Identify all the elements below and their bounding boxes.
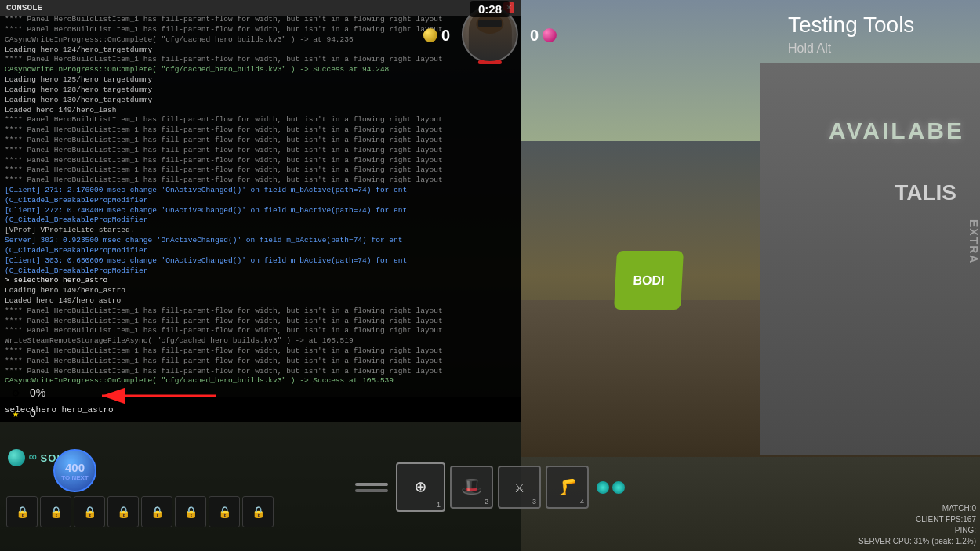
console-line: [VProf] VProfileLite started. (5, 226, 516, 236)
item-slot-1[interactable]: 🔒 (6, 496, 38, 527)
health-row: ⚙ 0% (8, 385, 49, 401)
star-icon: ★ (8, 405, 24, 421)
star-value: 0 (30, 407, 49, 419)
sign-extra: EXTRA (941, 219, 980, 264)
item-slot-7[interactable]: 🔒 (209, 496, 240, 527)
console-line: **** Panel HeroBuildListItem_1 has fill-… (5, 125, 516, 136)
ability-4-num: 4 (580, 498, 584, 506)
bottom-right-info: MATCH:0 CLIENT FPS:167 PING: SERVER CPU:… (858, 503, 976, 547)
ability-1-num: 1 (437, 501, 441, 509)
console-line: WriteSteamRemoteStorageFileAsync( "cfg/c… (5, 336, 516, 346)
console-line: **** Panel HeroBuildListItem_1 has fill-… (5, 115, 516, 125)
sign-available: AVAILABE (829, 118, 964, 144)
testing-tools-title: Testing Tools (788, 12, 964, 38)
console-line: **** Panel HeroBuildListItem_1 has fill-… (5, 346, 516, 357)
console-line: **** Panel HeroBuildListItem_1 has fill-… (5, 357, 516, 367)
console-line: **** Panel HeroBuildListItem_1 has fill-… (5, 367, 516, 377)
companion-icons (597, 481, 625, 494)
console-title: CONSOLE (6, 3, 42, 13)
console-line: Loading hero 128/hero_targetdummy (5, 85, 516, 96)
souls-chain-icon: ∞ (29, 451, 37, 465)
server-cpu-label: SERVER CPU: 31% (peak: 1.2%) (858, 536, 976, 547)
item-slot-4[interactable]: 🔒 (107, 496, 139, 527)
console-line: Loaded hero 149/hero_lash (5, 106, 516, 116)
console-line: **** Panel HeroBuildListItem_1 has fill-… (5, 136, 516, 146)
scroll-indicator (355, 483, 388, 492)
console-line: **** Panel HeroBuildListItem_1 has fill-… (5, 146, 516, 156)
console-line: > selecthero hero_astro (5, 276, 516, 286)
item-slots: 🔒 🔒 🔒 🔒 🔒 🔒 🔒 🔒 (0, 492, 408, 531)
console-line: CAsyncWriteInProgress::OnComplete( "cfg/… (5, 65, 516, 75)
console-output[interactable]: [Client] CNetworkGameClientBase::OnRecei… (0, 16, 521, 390)
ability-1-icon: ⊕ (415, 476, 426, 498)
console-line: Loaded hero 149/hero_astro (5, 296, 516, 306)
souls-next-orb: 400 TO NEXT (53, 449, 96, 492)
ability-slot-4[interactable]: 🦵 4 (546, 466, 589, 509)
item-slot-6[interactable]: 🔒 (175, 496, 206, 527)
ability-3-icon: ⚔ (514, 477, 524, 497)
console-line: [Client] 272: 0.740400 msec change 'OnAc… (5, 206, 516, 227)
ability-slot-3[interactable]: ⚔ 3 (498, 466, 541, 509)
score-left: 0 (423, 27, 450, 45)
console-line: **** Panel HeroBuildListItem_1 has fill-… (5, 317, 516, 327)
testing-tools-panel: Testing Tools Hold Alt (772, 0, 980, 67)
console-line: **** Panel HeroBuildListItem_1 has fill-… (5, 176, 516, 186)
console-line: Loading hero 149/hero_astro (5, 286, 516, 296)
score-right: 0 (530, 27, 557, 45)
console-line: [Client] 303: 0.650600 msec change 'OnAc… (5, 256, 516, 277)
ability-slot-2[interactable]: 🎩 2 (450, 466, 493, 509)
stats-area: ⚙ 0% ★ 0 (8, 385, 49, 426)
ping-label: PING: (858, 525, 976, 536)
red-arrow (94, 380, 220, 415)
ability-2-num: 2 (485, 498, 488, 506)
gear-icon: ⚙ (8, 385, 24, 401)
console-line: [Client] 271: 2.176000 msec change 'OnAc… (5, 186, 516, 206)
console-line: **** Panel HeroBuildListItem_1 has fill-… (5, 306, 516, 317)
timer-display: 0:28 (470, 2, 510, 17)
item-slot-5[interactable]: 🔒 (141, 496, 172, 527)
console-line: Loading hero 125/hero_targetdummy (5, 75, 516, 85)
item-slot-2[interactable]: 🔒 (40, 496, 71, 527)
sign-talis: TALIS (895, 180, 956, 205)
star-row: ★ 0 (8, 405, 49, 421)
souls-main-icon (8, 449, 25, 466)
console-input-area (0, 397, 521, 422)
item-slot-8[interactable]: 🔒 (242, 496, 274, 527)
ability-3-num: 3 (532, 498, 536, 506)
testing-tools-subtitle: Hold Alt (788, 42, 964, 56)
console-input[interactable] (5, 405, 517, 415)
console-line: Loading hero 130/hero_targetdummy (5, 96, 516, 106)
console-line: **** Panel HeroBuildListItem_1 has fill-… (5, 156, 516, 166)
ability-2-icon: 🎩 (461, 477, 482, 498)
match-label: MATCH:0 (858, 503, 976, 514)
souls-next-display: 400 TO NEXT (53, 449, 96, 492)
fps-label: CLIENT FPS:167 (858, 514, 976, 525)
console-line: CAsyncWriteInProgress::OnComplete( "cfg/… (5, 376, 516, 386)
health-value: 0% (30, 386, 49, 399)
sign-graffiti: BODI (614, 251, 684, 310)
ability-4-icon: 🦵 (557, 477, 577, 497)
console-line: **** Panel HeroBuildListItem_1 has fill-… (5, 326, 516, 336)
console-line: **** Panel HeroBuildListItem_1 has fill-… (5, 165, 516, 176)
hud-top-center: 0 0 0:28 (423, 6, 557, 64)
item-slot-3[interactable]: 🔒 (74, 496, 105, 527)
console-line: Server] 302: 0.923500 msec change 'OnAct… (5, 236, 516, 256)
